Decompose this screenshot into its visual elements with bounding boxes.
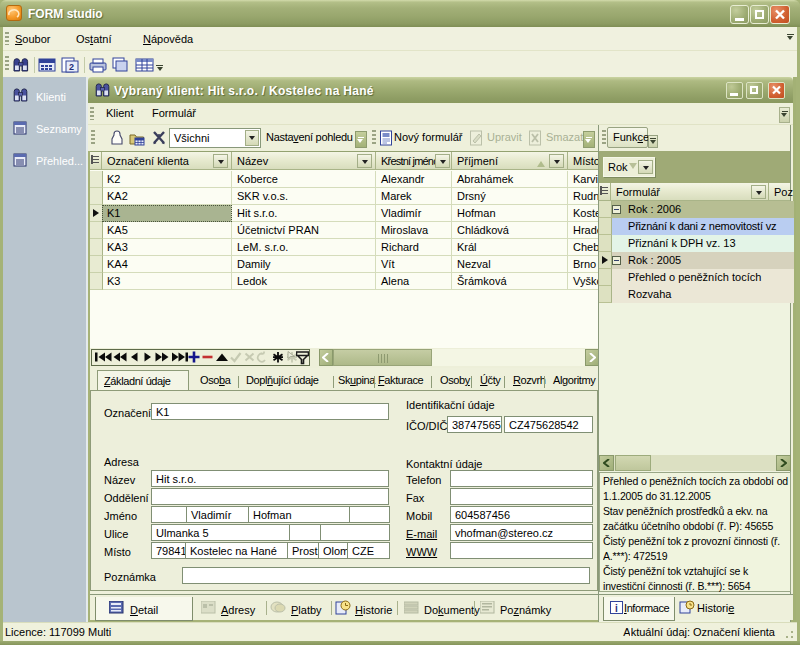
svg-text:2: 2 <box>69 62 74 72</box>
